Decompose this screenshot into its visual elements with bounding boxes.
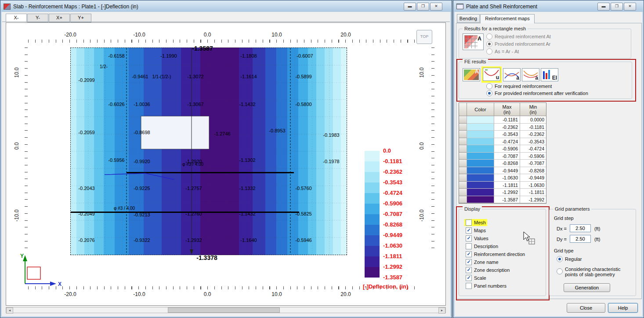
top-view-button[interactable]: TOP bbox=[416, 30, 432, 44]
fe-stress-map-icon-button[interactable]: a bbox=[522, 68, 539, 81]
scale-table-row[interactable]: -0.8268-0.7087 bbox=[459, 160, 546, 167]
checkbox[interactable]: ✓ bbox=[466, 275, 472, 281]
option-characteristic-points[interactable]: Considering characteristic points of sla… bbox=[557, 267, 631, 277]
row-selector[interactable] bbox=[459, 131, 467, 138]
display-option-reinforcement-direction[interactable]: ✓Reinforcement direction bbox=[464, 251, 526, 258]
scale-table-row[interactable]: -1.2992-1.1811 bbox=[459, 189, 546, 196]
scale-table-row[interactable]: -0.7087-0.5906 bbox=[459, 153, 546, 160]
display-option-values[interactable]: ✓Values bbox=[464, 235, 490, 242]
tab-bending[interactable]: Bending bbox=[457, 14, 480, 23]
display-option-zone-name[interactable]: ✓Zone name bbox=[464, 259, 500, 266]
scale-table-row[interactable]: -0.4724-0.3543 bbox=[459, 138, 546, 146]
dx-input[interactable] bbox=[570, 224, 591, 232]
radio-icon[interactable] bbox=[486, 83, 492, 89]
option-for-required-reinforcement[interactable]: For required reinforcement bbox=[486, 83, 552, 89]
radio-icon[interactable] bbox=[557, 268, 563, 274]
option-for-provided-reinforcement[interactable]: For provided reinforcement after verific… bbox=[486, 90, 588, 96]
view-tab-yminus[interactable]: Y- bbox=[27, 14, 48, 22]
checkbox[interactable]: ✓ bbox=[466, 227, 472, 234]
scale-color-swatch[interactable] bbox=[467, 174, 494, 182]
close-icon[interactable]: ✕ bbox=[624, 3, 636, 11]
checkbox[interactable] bbox=[466, 219, 472, 226]
view-tab-xplus[interactable]: X+ bbox=[49, 14, 70, 22]
scale-color-swatch[interactable] bbox=[467, 116, 494, 124]
display-option-maps[interactable]: ✓Maps bbox=[464, 227, 487, 234]
scale-table-row[interactable]: -0.5906-0.4724 bbox=[459, 145, 546, 153]
fe-deflection-icon-button[interactable]: u bbox=[483, 68, 500, 81]
row-selector[interactable] bbox=[459, 167, 467, 175]
scale-table-row[interactable]: -0.3543-0.2362 bbox=[459, 131, 546, 138]
display-option-mesh[interactable]: Mesh bbox=[464, 219, 487, 226]
row-selector[interactable] bbox=[459, 196, 467, 204]
row-selector[interactable] bbox=[459, 138, 467, 146]
dy-input[interactable] bbox=[570, 235, 591, 243]
checkbox[interactable]: ✓ bbox=[466, 251, 472, 257]
row-selector[interactable] bbox=[459, 145, 467, 153]
display-option-panel-numbers[interactable]: Panel numbers bbox=[464, 282, 508, 289]
row-selector[interactable] bbox=[459, 124, 467, 131]
scale-color-swatch[interactable] bbox=[467, 182, 494, 189]
option-required-reinforcement[interactable]: Required reinforcement At bbox=[486, 33, 551, 40]
scale-color-swatch[interactable] bbox=[467, 153, 494, 160]
scale-color-swatch[interactable] bbox=[467, 138, 494, 146]
checkbox[interactable]: ✓ bbox=[466, 267, 472, 273]
display-option-scale[interactable]: ✓Scale bbox=[464, 274, 488, 281]
generation-button[interactable]: Generation bbox=[564, 283, 610, 292]
row-selector[interactable] bbox=[459, 174, 467, 182]
left-window-titlebar[interactable]: Slab - Reinforcement Maps : Plate1 - [-]… bbox=[1, 1, 451, 12]
scale-table-row[interactable]: -0.11810.0000 bbox=[459, 116, 546, 124]
radio-icon[interactable] bbox=[557, 256, 563, 262]
contour-map[interactable]: -0.6158-1.1990-1.1808-0.60071/2--0.94611… bbox=[70, 48, 347, 255]
scroll-track[interactable] bbox=[13, 307, 438, 313]
scale-color-swatch[interactable] bbox=[467, 167, 494, 175]
scale-color-swatch[interactable] bbox=[467, 160, 494, 167]
scale-color-swatch[interactable] bbox=[467, 131, 494, 138]
minimize-button[interactable]: ▬ bbox=[597, 3, 610, 11]
rectangle-mesh-icon-button[interactable]: A bbox=[463, 33, 484, 50]
scroll-left-arrow[interactable]: ◂ bbox=[6, 307, 13, 314]
checkbox[interactable]: ✓ bbox=[466, 235, 472, 241]
radio-icon[interactable] bbox=[486, 33, 492, 40]
row-selector[interactable] bbox=[459, 116, 467, 124]
dialog-titlebar[interactable]: Plate and Shell Reinforcement ▬ ❐ ✕ bbox=[454, 1, 643, 12]
option-as-ar-minus-at[interactable]: As = Ar - At bbox=[486, 48, 519, 55]
tab-reinforcement-maps[interactable]: Reinforcement maps bbox=[480, 14, 535, 23]
row-selector[interactable] bbox=[459, 189, 467, 196]
restore-button[interactable]: ❐ bbox=[417, 3, 429, 11]
scale-table-row[interactable]: -0.2362-0.1181 bbox=[459, 124, 546, 131]
help-button[interactable]: Help bbox=[608, 303, 638, 313]
checkbox[interactable] bbox=[466, 283, 472, 289]
minimize-button[interactable]: ▬ bbox=[404, 3, 416, 11]
radio-icon[interactable] bbox=[486, 90, 492, 96]
radio-icon[interactable] bbox=[486, 48, 492, 55]
checkbox[interactable]: ✓ bbox=[466, 259, 472, 265]
scale-color-swatch[interactable] bbox=[467, 145, 494, 153]
scale-table-row[interactable]: -0.9449-0.8268 bbox=[459, 167, 546, 175]
scale-table-row[interactable]: -1.1811-1.0630 bbox=[459, 182, 546, 189]
fe-map-icon-button[interactable]: A bbox=[463, 68, 480, 81]
view-tab-yplus[interactable]: Y+ bbox=[70, 14, 91, 22]
checkbox[interactable] bbox=[466, 243, 472, 249]
scale-color-swatch[interactable] bbox=[467, 196, 494, 204]
option-provided-reinforcement[interactable]: Provided reinforcement Ar bbox=[486, 41, 550, 47]
scale-table-row[interactable]: -1.0630-0.9449 bbox=[459, 174, 546, 182]
scroll-right-arrow[interactable]: ▸ bbox=[438, 307, 445, 314]
row-selector[interactable] bbox=[459, 160, 467, 167]
row-selector[interactable] bbox=[459, 153, 467, 160]
radio-icon[interactable] bbox=[486, 41, 492, 47]
view-tab-xminus[interactable]: X- bbox=[6, 14, 27, 22]
scale-table-row[interactable]: -1.3587-1.2992 bbox=[459, 196, 546, 204]
display-option-description[interactable]: Description bbox=[464, 243, 499, 250]
close-button[interactable]: ✕ bbox=[430, 3, 442, 11]
fe-stress-icon-button[interactable]: a bbox=[503, 68, 521, 81]
row-selector[interactable] bbox=[459, 182, 467, 189]
plot-canvas[interactable]: -20.0-10.00.010.020.0 10.00.0-10.0 10.00… bbox=[6, 22, 446, 306]
horizontal-scrollbar[interactable]: ◂ ▸ bbox=[6, 307, 446, 313]
display-option-zone-description[interactable]: ✓Zone description bbox=[464, 267, 511, 274]
scale-color-swatch[interactable] bbox=[467, 189, 494, 196]
scale-color-swatch[interactable] bbox=[467, 124, 494, 131]
close-button[interactable]: Close bbox=[567, 303, 605, 313]
option-regular-grid[interactable]: Regular bbox=[557, 256, 582, 262]
maximize-button[interactable]: ❐ bbox=[611, 3, 623, 11]
scroll-thumb[interactable] bbox=[168, 307, 280, 313]
